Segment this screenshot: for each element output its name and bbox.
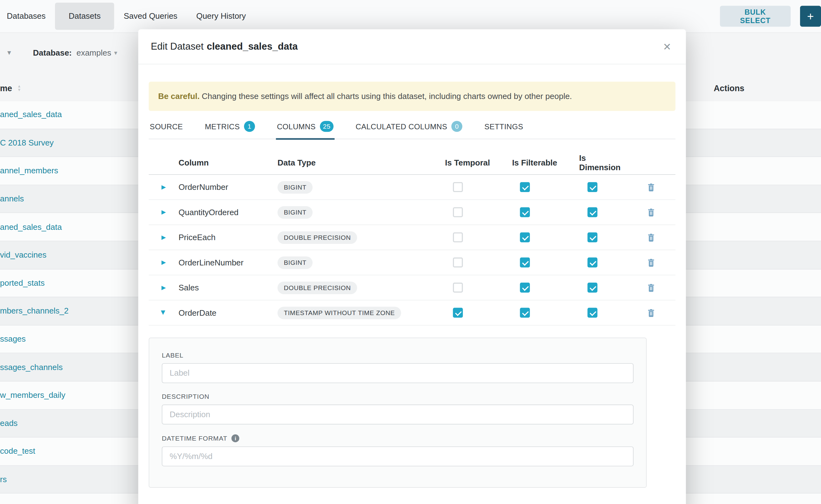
sort-icon[interactable]: ▲ ▼: [17, 84, 21, 91]
column-header: Column: [179, 158, 278, 167]
dataset-link[interactable]: C 2018 Survey: [0, 138, 54, 147]
tab-metrics-label: METRICS: [205, 122, 240, 131]
is-dimension-checkbox[interactable]: [587, 258, 597, 268]
label-input[interactable]: [162, 363, 634, 383]
tab-metrics[interactable]: METRICS 1: [204, 120, 256, 139]
is-temporal-checkbox[interactable]: [453, 283, 463, 293]
columns-table-header: Column Data Type Is Temporal Is Filterab…: [149, 151, 675, 175]
is-dimension-checkbox[interactable]: [587, 182, 597, 192]
is-filterable-header: Is Filterable: [491, 158, 558, 167]
is-dimension-checkbox[interactable]: [587, 207, 597, 217]
data-type-pill: BIGINT: [277, 181, 313, 193]
sort-desc-icon: ▼: [17, 88, 21, 92]
dataset-link[interactable]: w_members_daily: [0, 391, 65, 400]
bulk-select-button[interactable]: BULK SELECT: [720, 6, 791, 27]
column-name: OrderDate: [179, 308, 278, 317]
column-row: ▶ OrderLineNumber BIGINT: [149, 250, 675, 275]
is-temporal-checkbox[interactable]: [453, 207, 463, 217]
dataset-link[interactable]: ported_stats: [0, 278, 45, 288]
is-temporal-checkbox[interactable]: [453, 308, 463, 318]
dataset-link[interactable]: mbers_channels_2: [0, 306, 69, 316]
is-dimension-checkbox[interactable]: [587, 308, 597, 318]
is-dimension-checkbox[interactable]: [587, 232, 597, 242]
datetime-format-input[interactable]: [162, 447, 634, 467]
expand-caret-icon[interactable]: ▶: [161, 209, 166, 216]
tab-calculated-columns[interactable]: CALCULATED COLUMNS 0: [354, 120, 464, 139]
app-root: Databases Datasets Saved Queries Query H…: [0, 0, 821, 504]
tab-source[interactable]: SOURCE: [149, 120, 184, 139]
expand-caret-icon[interactable]: ▶: [161, 234, 166, 241]
delete-icon[interactable]: [647, 183, 655, 191]
dataset-link[interactable]: annel_members: [0, 166, 58, 175]
is-temporal-checkbox[interactable]: [453, 258, 463, 268]
tab-source-label: SOURCE: [150, 122, 183, 131]
collapse-caret-icon[interactable]: ▶: [160, 310, 167, 315]
expand-caret-icon[interactable]: ▶: [161, 184, 166, 190]
columns-count-badge: 25: [320, 121, 334, 132]
expand-caret-icon[interactable]: ▶: [161, 284, 166, 291]
dataset-link[interactable]: aned_sales_data: [0, 110, 62, 119]
is-temporal-header: Is Temporal: [424, 158, 492, 167]
add-dataset-button[interactable]: +: [800, 6, 821, 27]
expand-caret-icon[interactable]: ▶: [161, 259, 166, 266]
dataset-link[interactable]: eads: [0, 419, 17, 428]
nav-tab-query-history[interactable]: Query History: [187, 0, 255, 32]
nav-actions: BULK SELECT +: [720, 0, 821, 32]
is-filterable-checkbox[interactable]: [520, 308, 530, 318]
dataset-link[interactable]: ssages_channels: [0, 363, 63, 372]
info-icon[interactable]: i: [231, 434, 239, 442]
dataset-link[interactable]: aned_sales_data: [0, 222, 62, 232]
calculated-columns-count-badge: 0: [452, 121, 463, 132]
tab-calculated-columns-label: CALCULATED COLUMNS: [355, 122, 447, 131]
description-field-label: DESCRIPTION: [162, 393, 634, 400]
warning-banner-bold: Be careful.: [158, 91, 200, 101]
delete-icon[interactable]: [647, 208, 655, 216]
is-filterable-checkbox[interactable]: [520, 258, 530, 268]
modal-body: Be careful. Changing these settings will…: [138, 64, 686, 504]
is-filterable-checkbox[interactable]: [520, 207, 530, 217]
datetime-format-label-row: DATETIME FORMAT i: [162, 434, 634, 442]
column-row: ▶ OrderDate TIMESTAMP WITHOUT TIME ZONE: [149, 300, 675, 325]
is-filterable-checkbox[interactable]: [520, 232, 530, 242]
name-column-header: me: [0, 84, 12, 93]
chevron-down-icon[interactable]: ▾: [114, 49, 117, 57]
modal-title: Edit Datasetcleaned_sales_data: [151, 41, 298, 52]
data-type-pill: TIMESTAMP WITHOUT TIME ZONE: [277, 306, 401, 319]
is-temporal-checkbox[interactable]: [453, 182, 463, 192]
delete-icon[interactable]: [647, 283, 655, 292]
dataset-link[interactable]: code_test: [0, 447, 35, 456]
column-name: OrderLineNumber: [179, 258, 278, 267]
tab-settings[interactable]: SETTINGS: [483, 120, 524, 139]
is-temporal-checkbox[interactable]: [453, 232, 463, 242]
chevron-down-icon[interactable]: ▾: [7, 48, 11, 57]
description-input[interactable]: [162, 405, 634, 425]
delete-icon[interactable]: [647, 258, 655, 267]
tab-columns[interactable]: COLUMNS 25: [276, 120, 334, 139]
close-icon[interactable]: ✕: [661, 38, 673, 55]
nav-tab-databases[interactable]: Databases: [0, 0, 55, 32]
column-row: ▶ OrderNumber BIGINT: [149, 175, 675, 200]
nav-tab-saved-queries[interactable]: Saved Queries: [114, 0, 187, 32]
is-filterable-checkbox[interactable]: [520, 283, 530, 293]
dataset-link[interactable]: vid_vaccines: [0, 250, 47, 260]
database-filter-value[interactable]: examples: [77, 48, 111, 57]
label-field-label: LABEL: [162, 352, 634, 359]
column-name: OrderNumber: [179, 182, 278, 192]
delete-icon[interactable]: [647, 308, 655, 317]
edit-dataset-modal: Edit Datasetcleaned_sales_data ✕ Be care…: [138, 29, 686, 504]
data-type-header: Data Type: [277, 158, 424, 167]
is-dimension-checkbox[interactable]: [587, 283, 597, 293]
is-filterable-checkbox[interactable]: [520, 182, 530, 192]
delete-icon[interactable]: [647, 233, 655, 242]
dataset-link[interactable]: rs: [0, 475, 7, 484]
modal-title-prefix: Edit Dataset: [151, 41, 204, 52]
data-type-pill: BIGINT: [277, 206, 313, 219]
nav-tab-datasets[interactable]: Datasets: [55, 2, 114, 30]
dataset-link[interactable]: ssages: [0, 334, 26, 344]
dataset-link[interactable]: annels: [0, 194, 24, 204]
column-name: PriceEach: [179, 233, 278, 242]
column-name: Sales: [179, 283, 278, 292]
database-filter-label: Database:: [33, 48, 72, 57]
actions-column-header: Actions: [714, 84, 744, 93]
dataset-link[interactable]: rs_channels-uzooNNtSRO: [0, 503, 96, 504]
